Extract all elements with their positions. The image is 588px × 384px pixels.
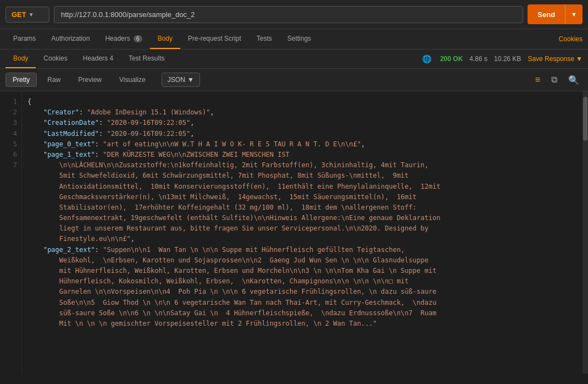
view-options-bar: Pretty Raw Preview Visualize JSON ▼ ≡ ⧉ … (0, 69, 588, 91)
format-label: JSON (168, 76, 185, 84)
url-bar: GET ▼ Send ▼ (0, 0, 588, 29)
save-response-button[interactable]: Save Response ▼ (528, 55, 583, 63)
cookies-link[interactable]: Cookies (559, 30, 583, 48)
scrollbar-thumb[interactable] (583, 97, 587, 141)
view-raw-button[interactable]: Raw (40, 73, 68, 87)
view-bar-icons: ≡ ⧉ 🔍 (532, 73, 583, 87)
line-number: 3 (5, 118, 17, 128)
code-area: 1 2 3 4 5 6 7 { "Creator": "Adobe InDesi… (0, 91, 588, 374)
response-tab-headers[interactable]: Headers 4 (75, 50, 121, 68)
view-preview-button[interactable]: Preview (71, 73, 109, 87)
json-code-content[interactable]: { "Creator": "Adobe InDesign 15.1 (Windo… (22, 91, 583, 374)
url-input[interactable] (54, 6, 523, 23)
view-pretty-button[interactable]: Pretty (5, 73, 37, 87)
line-number: 1 (5, 97, 17, 107)
tab-body[interactable]: Body (150, 29, 180, 49)
save-response-chevron: ▼ (576, 55, 583, 63)
format-select[interactable]: JSON ▼ (162, 73, 200, 87)
view-visualize-button[interactable]: Visualize (112, 73, 153, 87)
line-numbers: 1 2 3 4 5 6 7 (0, 91, 22, 374)
tab-params[interactable]: Params (5, 29, 43, 49)
line-number: 6 (5, 150, 17, 160)
line-number: 5 (5, 139, 17, 150)
send-btn-arrow: ▼ (565, 7, 583, 22)
search-icon-button[interactable]: 🔍 (565, 73, 583, 87)
line-number: 4 (5, 129, 17, 139)
response-tab-body[interactable]: Body (5, 50, 36, 68)
scrollbar-track[interactable] (583, 91, 588, 374)
response-tab-test-results[interactable]: Test Results (121, 50, 172, 68)
request-tab-bar: Params Authorization Headers 6 Body Pre-… (0, 29, 588, 50)
tab-authorization[interactable]: Authorization (43, 29, 97, 49)
status-code: 200 OK (440, 55, 463, 63)
method-select[interactable]: GET ▼ (5, 7, 49, 23)
copy-icon-button[interactable]: ⧉ (548, 73, 561, 87)
format-chevron: ▼ (187, 76, 194, 84)
send-button-label: Send (528, 6, 565, 23)
save-response-label: Save Response (528, 55, 574, 63)
line-number: 2 (5, 107, 17, 118)
response-status: 🌐 200 OK 4.86 s 10.26 KB Save Response ▼ (422, 54, 583, 63)
tab-headers[interactable]: Headers 6 (97, 29, 149, 49)
tab-pre-request-script[interactable]: Pre-request Script (180, 29, 249, 49)
globe-icon: 🌐 (422, 54, 431, 63)
response-tab-cookies[interactable]: Cookies (36, 50, 75, 68)
filter-icon-button[interactable]: ≡ (532, 73, 543, 87)
line-number: 7 (5, 160, 17, 171)
tab-tests[interactable]: Tests (249, 29, 280, 49)
response-size: 10.26 KB (494, 55, 521, 63)
method-label: GET (12, 10, 26, 19)
send-button[interactable]: Send ▼ (528, 4, 583, 24)
tab-settings[interactable]: Settings (280, 29, 319, 49)
response-tab-bar: Body Cookies Headers 4 Test Results 🌐 20… (0, 50, 588, 69)
response-time: 4.86 s (469, 55, 487, 63)
method-chevron: ▼ (29, 12, 34, 18)
